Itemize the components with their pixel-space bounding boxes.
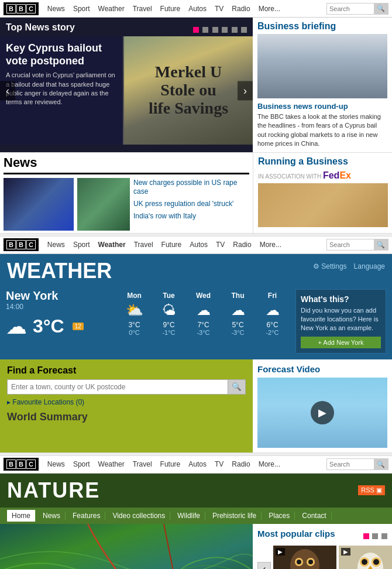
- clip-dot-1[interactable]: [363, 533, 369, 539]
- nature-search-input[interactable]: [327, 459, 374, 469]
- nav-more[interactable]: More...: [255, 0, 284, 18]
- fedex-logo: FedEx: [323, 170, 351, 181]
- clip-thumb-2[interactable]: ▶: [339, 546, 392, 569]
- nav-radio[interactable]: Radio: [228, 0, 254, 18]
- svg-point-11: [362, 559, 367, 565]
- subnav-places[interactable]: Places: [264, 512, 295, 520]
- weather-nav-more[interactable]: More...: [256, 236, 286, 253]
- subnav-contact[interactable]: Contact: [297, 512, 331, 520]
- search-input[interactable]: [327, 4, 374, 14]
- nature-nav-autos[interactable]: Autos: [184, 455, 211, 473]
- subnav-prehistoric[interactable]: Prehistoric life: [208, 512, 262, 520]
- dot-6[interactable]: [241, 27, 247, 33]
- slide-desc: A crucial vote in Cyprus' parliament on …: [6, 71, 117, 107]
- forecast-day-name-2: Wed: [187, 292, 219, 300]
- clip-play-2[interactable]: ▶: [341, 548, 350, 556]
- news-link-2[interactable]: UK press regulation deal 'struck': [133, 200, 233, 208]
- dot-3[interactable]: [212, 27, 218, 33]
- clip-item-2: ▶ Egg warmer: [339, 546, 392, 569]
- nature-bbc-logo[interactable]: BBC: [4, 458, 39, 471]
- weather-nav-news[interactable]: News: [43, 236, 69, 253]
- nav-travel[interactable]: Travel: [129, 0, 156, 18]
- clip-dot-2[interactable]: [372, 533, 378, 539]
- top-nav-bar: BBC News Sport Weather Travel Future Aut…: [0, 0, 392, 18]
- prev-slide-button[interactable]: ‹: [0, 81, 15, 100]
- news-link-1[interactable]: New charges possible in US rape case: [133, 179, 237, 196]
- weather-nav-travel[interactable]: Travel: [130, 236, 157, 253]
- nav-sport[interactable]: Sport: [69, 0, 94, 18]
- forecast-day-name-0: Mon: [118, 292, 150, 300]
- find-forecast-section: Find a Forecast 🔍 ▸ Favourite Locations …: [0, 359, 392, 453]
- svg-point-6: [308, 560, 313, 564]
- weather-nav-autos[interactable]: Autos: [185, 236, 212, 253]
- forecast-icon-3: ☁: [222, 302, 254, 318]
- dot-4[interactable]: [222, 27, 228, 33]
- rss-badge[interactable]: RSS ▣: [358, 485, 385, 495]
- nature-search-button[interactable]: 🔍: [374, 458, 388, 470]
- subnav-video[interactable]: Video collections: [108, 512, 170, 520]
- clips-prev-button[interactable]: ‹: [257, 562, 271, 569]
- nature-nav-more[interactable]: More...: [255, 455, 284, 473]
- nature-nav-radio[interactable]: Radio: [228, 455, 254, 473]
- forecast-day-thu: Thu ☁ 5°C -3°C: [221, 289, 255, 338]
- nature-nav-travel[interactable]: Travel: [129, 455, 156, 473]
- play-button[interactable]: ▶: [311, 401, 334, 424]
- nav-weather[interactable]: Weather: [94, 0, 129, 18]
- weather-city: New York: [6, 289, 111, 303]
- nav-tv[interactable]: TV: [211, 0, 228, 18]
- weather-search-button[interactable]: 🔍: [374, 239, 388, 251]
- weather-section: BBC News Sport Weather Travel Future Aut…: [0, 236, 392, 453]
- forecast-search-button[interactable]: 🔍: [228, 380, 245, 394]
- nature-nav-weather[interactable]: Weather: [94, 455, 129, 473]
- dot-1[interactable]: [193, 27, 199, 33]
- nature-nav-tv[interactable]: TV: [211, 455, 228, 473]
- fav-locations-link[interactable]: ▸ Favourite Locations (0): [7, 398, 84, 406]
- weather-settings-link[interactable]: ⚙ Settings: [313, 262, 347, 270]
- subnav-home[interactable]: Home: [7, 510, 36, 522]
- weather-nav-sport[interactable]: Sport: [69, 236, 94, 253]
- subnav-features[interactable]: Features: [68, 512, 105, 520]
- weather-forecast: Mon ⛅ 3°C 0°C Tue 🌤 9°C -1°C Wed ☁: [117, 289, 290, 338]
- nature-nav-future[interactable]: Future: [156, 455, 185, 473]
- clip-play-1[interactable]: ▶: [276, 548, 285, 556]
- search-button[interactable]: 🔍: [374, 3, 388, 15]
- nature-right: Most popular clips ‹: [253, 524, 392, 569]
- weather-current-icon: ☁: [6, 314, 27, 339]
- weather-nav-future[interactable]: Future: [157, 236, 186, 253]
- weather-search-input[interactable]: [327, 239, 374, 250]
- weather-nav-weather[interactable]: Weather: [94, 236, 130, 253]
- forecast-lo-4: -2°C: [256, 329, 288, 336]
- nav-future[interactable]: Future: [156, 0, 185, 18]
- forecast-lo-1: -1°C: [153, 329, 185, 336]
- nav-autos[interactable]: Autos: [184, 0, 211, 18]
- news-photo-2: [77, 178, 130, 231]
- dot-2[interactable]: [202, 27, 208, 33]
- bbc-logo[interactable]: BBC: [4, 2, 39, 15]
- nature-section: BBC News Sport Weather Travel Future Aut…: [0, 456, 392, 569]
- forecast-search-input[interactable]: [8, 380, 228, 394]
- weather-main: New York 14:00 ☁ 3°C 12 Mon ⛅ 3°C 0°C: [6, 289, 386, 354]
- next-slide-button[interactable]: ›: [238, 81, 253, 100]
- news-lower: News New charges possible in US rape cas…: [0, 152, 392, 233]
- news-link-3[interactable]: India's row with Italy: [133, 212, 196, 220]
- subnav-news[interactable]: News: [38, 512, 66, 520]
- weather-nav-radio[interactable]: Radio: [229, 236, 255, 253]
- forecast-hi-2: 7°C: [187, 321, 219, 329]
- forecast-icon-2: ☁: [187, 302, 219, 318]
- running-biz: Running a Business IN ASSOCIATION WITH F…: [253, 153, 392, 233]
- forecast-video-thumb[interactable]: ▶: [257, 378, 387, 448]
- clip-dot-3[interactable]: [381, 533, 387, 539]
- running-biz-title: Running a Business: [258, 156, 387, 167]
- weather-nav-tv[interactable]: TV: [212, 236, 229, 253]
- dot-5[interactable]: [232, 27, 238, 33]
- nav-news[interactable]: News: [43, 0, 69, 18]
- forecast-day-tue: Tue 🌤 9°C -1°C: [152, 289, 186, 338]
- clip-thumb-1[interactable]: ▶: [273, 546, 336, 569]
- nature-nav-sport[interactable]: Sport: [69, 455, 94, 473]
- add-location-button[interactable]: + Add New York: [301, 337, 381, 348]
- news-item-1: New charges possible in US rape case: [133, 178, 249, 196]
- weather-bbc-logo[interactable]: BBC: [4, 238, 39, 251]
- subnav-wildlife[interactable]: Wildlife: [173, 512, 205, 520]
- nature-nav-news[interactable]: News: [43, 455, 69, 473]
- weather-language-link[interactable]: Language: [354, 262, 385, 270]
